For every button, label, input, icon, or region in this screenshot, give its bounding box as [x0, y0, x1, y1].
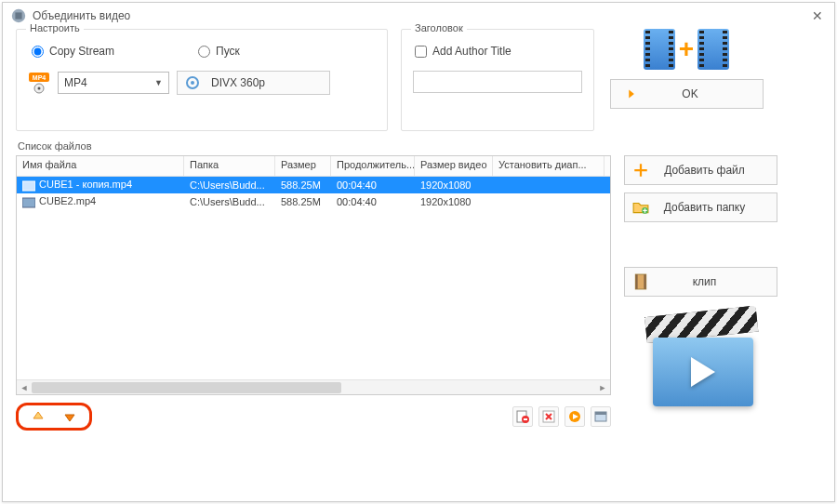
side-buttons: Добавить файл Добавить папку клип	[624, 155, 782, 431]
file-table[interactable]: Имя файла Папка Размер Продолжитель... Р…	[16, 155, 611, 395]
format-value: MP4	[64, 76, 87, 89]
add-folder-button[interactable]: Добавить папку	[624, 192, 777, 222]
scroll-right-arrow[interactable]: ►	[595, 380, 610, 395]
format-dropdown[interactable]: MP4 ▼	[58, 72, 169, 94]
profile-button[interactable]: DIVX 360p	[177, 71, 330, 95]
add-author-title-checkbox[interactable]: Add Author Title	[415, 45, 582, 58]
svg-rect-9	[22, 198, 35, 207]
ok-button[interactable]: OK	[610, 79, 764, 109]
settings-panel-title: Настроить	[26, 22, 84, 33]
svg-rect-19	[635, 274, 637, 289]
settings-panel: Настроить Copy Stream Пуск MP4	[16, 29, 388, 131]
table-header: Имя файла Папка Размер Продолжитель... Р…	[17, 156, 610, 177]
author-title-checkbox-input[interactable]	[415, 46, 427, 58]
col-duration[interactable]: Продолжитель...	[331, 156, 415, 176]
svg-rect-12	[524, 418, 527, 420]
header-panel: Заголовок Add Author Title	[401, 29, 594, 131]
clip-button[interactable]: клип	[624, 267, 777, 297]
remove-selected-button[interactable]	[512, 406, 533, 427]
copy-stream-label: Copy Stream	[49, 45, 114, 58]
window-title: Объединить видео	[33, 9, 808, 22]
move-down-button[interactable]	[60, 406, 80, 427]
svg-rect-1	[15, 12, 21, 19]
start-label: Пуск	[216, 45, 240, 58]
close-button[interactable]: ✕	[808, 7, 827, 25]
add-file-button[interactable]: Добавить файл	[624, 155, 777, 185]
title-input[interactable]	[413, 71, 582, 93]
start-radio-input[interactable]	[198, 46, 210, 58]
start-radio[interactable]: Пуск	[198, 45, 240, 58]
properties-button[interactable]	[591, 406, 611, 427]
chevron-down-icon: ▼	[154, 78, 163, 87]
filelist-label: Список файлов	[18, 140, 821, 152]
copy-stream-radio[interactable]: Copy Stream	[32, 45, 114, 58]
scroll-thumb[interactable]	[32, 382, 341, 393]
scroll-left-arrow[interactable]: ◄	[17, 380, 32, 395]
move-up-button[interactable]	[28, 406, 48, 427]
table-row[interactable]: CUBE2.mp4C:\Users\Budd...588.25M00:04:40…	[17, 193, 610, 210]
ok-button-label: OK	[626, 87, 755, 100]
add-file-label: Добавить файл	[640, 164, 769, 177]
clip-label: клип	[640, 275, 769, 288]
svg-point-7	[191, 81, 194, 85]
add-folder-label: Добавить папку	[640, 201, 769, 214]
col-folder[interactable]: Папка	[184, 156, 275, 176]
author-title-label: Add Author Title	[432, 45, 512, 58]
col-filename[interactable]: Имя файла	[17, 156, 184, 176]
header-panel-title: Заголовок	[411, 22, 467, 33]
horizontal-scrollbar[interactable]: ◄ ►	[17, 379, 610, 394]
clear-list-button[interactable]	[538, 406, 559, 427]
right-top-area: + OK	[607, 29, 765, 131]
svg-text:MP4: MP4	[33, 74, 46, 81]
svg-rect-8	[22, 181, 35, 191]
col-size[interactable]: Размер	[275, 156, 331, 176]
svg-rect-16	[595, 412, 606, 415]
table-row[interactable]: CUBE1 - копия.mp4C:\Users\Budd...588.25M…	[17, 177, 610, 193]
move-buttons-highlight	[16, 403, 92, 431]
mp4-format-icon: MP4	[28, 72, 50, 94]
col-vidsize[interactable]: Размер видео	[415, 156, 493, 176]
profile-label: DIVX 360p	[211, 76, 265, 89]
copy-stream-radio-input[interactable]	[32, 46, 44, 58]
app-icon	[10, 7, 27, 24]
preview-button[interactable]	[565, 406, 585, 427]
col-range[interactable]: Установить диап...	[493, 156, 604, 176]
svg-point-5	[38, 87, 41, 90]
movie-preview-icon	[647, 317, 759, 410]
merge-video-window: Объединить видео ✕ Настроить Copy Stream…	[2, 2, 835, 502]
gear-icon	[185, 75, 200, 90]
merge-logo-icon: +	[644, 27, 729, 72]
